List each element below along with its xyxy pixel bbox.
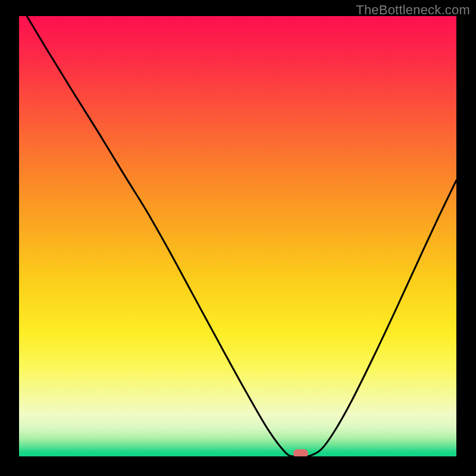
svg-rect-1 xyxy=(19,16,456,456)
watermark-label: TheBottleneck.com xyxy=(356,2,470,18)
chart-frame: TheBottleneck.com xyxy=(0,0,476,476)
bottleneck-chart xyxy=(0,0,476,476)
svg-rect-2 xyxy=(293,449,308,458)
